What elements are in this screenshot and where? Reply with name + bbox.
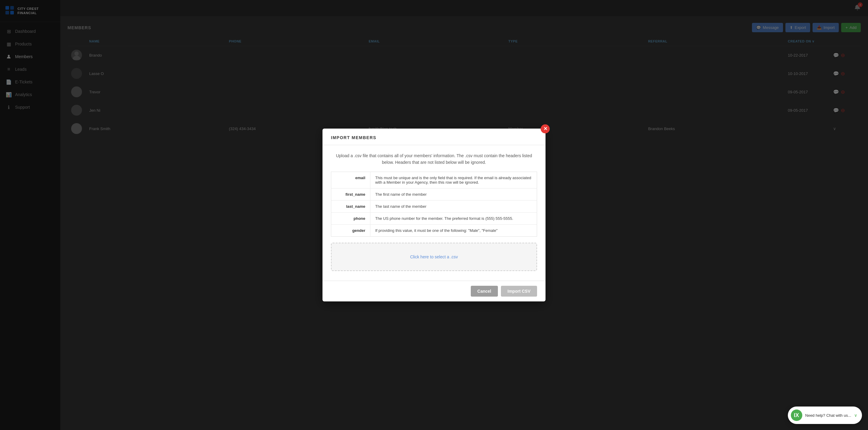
field-key: last_name: [331, 201, 370, 212]
csv-field-row: email This must be unique and is the onl…: [331, 172, 537, 189]
csv-field-row: gender If providing this value, it must …: [331, 225, 537, 237]
modal-overlay: IMPORT MEMBERS ✕ Upload a .csv file that…: [0, 0, 868, 430]
file-upload-area[interactable]: Click here to select a .csv: [331, 243, 537, 271]
cancel-button[interactable]: Cancel: [471, 286, 498, 297]
field-key: gender: [331, 225, 370, 237]
csv-field-row: first_name The first name of the member: [331, 189, 537, 201]
chat-chevron-icon: ∨: [854, 413, 857, 418]
modal-description: Upload a .csv file that contains all of …: [331, 152, 537, 166]
file-upload-label: Click here to select a .csv: [410, 255, 458, 259]
field-description: The US phone number for the member. The …: [370, 212, 537, 225]
csv-field-row: last_name The last name of the member: [331, 201, 537, 212]
modal-footer: Cancel Import CSV: [322, 280, 546, 301]
csv-field-row: phone The US phone number for the member…: [331, 212, 537, 225]
modal-header: IMPORT MEMBERS ✕: [322, 129, 546, 145]
import-members-modal: IMPORT MEMBERS ✕ Upload a .csv file that…: [322, 129, 546, 302]
chat-avatar: IX: [791, 409, 802, 421]
chat-text: Need help? Chat with us...: [805, 413, 851, 418]
import-csv-button[interactable]: Import CSV: [501, 286, 537, 297]
modal-body: Upload a .csv file that contains all of …: [322, 145, 546, 281]
field-key: first_name: [331, 189, 370, 201]
csv-fields-table: email This must be unique and is the onl…: [331, 172, 537, 237]
field-description: The last name of the member: [370, 201, 537, 212]
field-description: If providing this value, it must be one …: [370, 225, 537, 237]
chat-widget[interactable]: IX Need help? Chat with us... ∨: [788, 406, 862, 424]
field-key: phone: [331, 212, 370, 225]
modal-close-button[interactable]: ✕: [541, 124, 550, 133]
modal-title: IMPORT MEMBERS: [331, 135, 537, 140]
field-description: The first name of the member: [370, 189, 537, 201]
field-key: email: [331, 172, 370, 189]
field-description: This must be unique and is the only fiel…: [370, 172, 537, 189]
